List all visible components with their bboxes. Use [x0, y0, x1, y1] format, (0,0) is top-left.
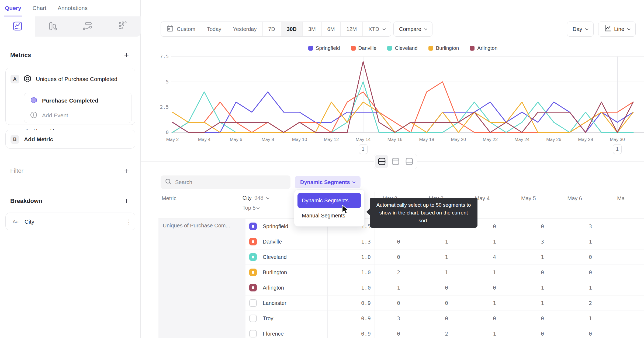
bar-chart-icon: [48, 21, 58, 32]
value-cell: 0: [470, 223, 518, 230]
query-sidebar: Query Chart Annotations: [0, 0, 141, 338]
metric-card-a[interactable]: A Uniques of Purchase Completed Purchase…: [5, 68, 135, 125]
annotation-marker[interactable]: 1: [613, 144, 622, 154]
value-cell: 0: [375, 254, 423, 260]
value-cell: 1: [470, 330, 518, 337]
tab-annotations[interactable]: Annotations: [58, 0, 88, 16]
chart-type-line-tab[interactable]: [0, 16, 35, 37]
event-row[interactable]: Purchase Completed: [24, 93, 131, 108]
date-today-button[interactable]: Today: [201, 22, 227, 36]
date-3m-button[interactable]: 3M: [303, 22, 322, 36]
value-cell: 0: [470, 315, 518, 322]
chevron-down-icon: [424, 27, 427, 30]
value-cell: 0: [566, 330, 614, 337]
kebab-menu-icon[interactable]: ⋮: [126, 221, 130, 223]
segment-name: Lancaster: [263, 300, 286, 306]
segment-name: Troy: [263, 315, 273, 322]
search-input[interactable]: [175, 179, 286, 185]
date-7d-button[interactable]: 7D: [263, 22, 281, 36]
value-cell: 1: [375, 284, 423, 291]
annotation-marker[interactable]: 1: [359, 144, 368, 154]
chevron-down-icon: [585, 27, 588, 30]
value-cell: 0: [375, 300, 423, 306]
chart-type-flow-tab[interactable]: [70, 16, 106, 37]
value-cell: 0: [423, 284, 470, 291]
filter-section: Filter +: [0, 167, 141, 175]
date-xtd-dropdown[interactable]: XTD: [363, 22, 391, 36]
avg-cell: 1.0: [327, 269, 375, 276]
value-cell: 4: [470, 254, 518, 260]
add-breakdown-plus-icon[interactable]: +: [124, 197, 129, 205]
svg-text:May 10: May 10: [292, 137, 307, 142]
segment-checkbox[interactable]: [249, 299, 257, 307]
date-30d-button[interactable]: 30D: [281, 22, 303, 36]
chevron-down-icon: [266, 196, 270, 199]
value-cell: 0: [518, 330, 566, 337]
table-row: Florence 0.9 0 2 1 0 0: [245, 326, 644, 338]
compare-dropdown[interactable]: Compare: [393, 22, 432, 37]
value-cell: 0: [423, 300, 470, 306]
layout-split-button[interactable]: [375, 155, 388, 168]
tab-chart[interactable]: Chart: [33, 0, 46, 16]
avg-cell: 0.9: [327, 315, 375, 322]
add-metric-plus-icon[interactable]: +: [124, 51, 129, 59]
segment-checkbox[interactable]: [249, 315, 257, 322]
value-cell: 2: [566, 300, 614, 306]
event-card: Purchase Completed Add Event: [24, 93, 132, 123]
date-column-header[interactable]: Ma: [598, 192, 644, 219]
chart-type-scatter-tab[interactable]: [106, 16, 141, 37]
menu-item-manual-segments[interactable]: Manual Segments: [297, 208, 361, 223]
segment-name: Springfield: [263, 223, 288, 230]
layout-table-only-button[interactable]: [403, 155, 416, 168]
date-yesterday-button[interactable]: Yesterday: [227, 22, 262, 36]
avg-cell: 1.0: [327, 284, 375, 291]
line-style-icon: [604, 25, 611, 34]
segment-name: Danville: [263, 239, 282, 245]
tab-query[interactable]: Query: [5, 0, 21, 16]
segment-checkbox[interactable]: [249, 223, 257, 230]
svg-text:May 4: May 4: [198, 137, 210, 142]
svg-text:May 8: May 8: [262, 137, 274, 142]
segment-checkbox[interactable]: [249, 269, 257, 276]
add-event-row[interactable]: Add Event: [24, 108, 131, 123]
search-icon: [165, 178, 172, 186]
value-cell: 1: [470, 269, 518, 276]
metric-cell: Uniques of Purchase Com...: [158, 219, 245, 338]
line-chart-icon: [13, 21, 22, 32]
value-cell: 1: [423, 254, 470, 260]
chart-type-bar-tab[interactable]: [35, 16, 71, 37]
granularity-dropdown[interactable]: Day: [567, 22, 594, 37]
segment-checkbox[interactable]: [249, 284, 257, 291]
segment-checkbox[interactable]: [249, 330, 257, 337]
layout-chart-only-button[interactable]: [389, 155, 402, 168]
breakdown-city-card[interactable]: Aa City ⋮: [5, 213, 135, 230]
menu-item-dynamic-segments[interactable]: Dynamic Segments: [297, 193, 361, 208]
svg-text:May 12: May 12: [324, 137, 339, 142]
metric-column-header: Metric: [158, 192, 243, 219]
add-event-label: Add Event: [42, 112, 68, 119]
segments-mode-dropdown-button[interactable]: Dynamic Segments: [295, 176, 361, 188]
breakdown-section: Breakdown +: [0, 197, 141, 205]
breakdown-property-name: City: [25, 219, 126, 225]
table-row: Burlington 1.0 2 1 1 0 0: [245, 265, 644, 280]
value-cell: 0: [566, 269, 614, 276]
value-cell: 3: [518, 238, 566, 245]
add-metric-label: Add Metric: [24, 136, 53, 143]
dynamic-segments-tooltip: Automatically select up to 50 segments t…: [370, 198, 477, 228]
segment-checkbox[interactable]: [249, 238, 257, 245]
table-row: Troy 0.9 3 0 0 0 1: [245, 311, 644, 326]
date-6m-button[interactable]: 6M: [322, 22, 341, 36]
line-chart[interactable]: 02.557.5May 2May 4May 6May 8May 10May 12…: [141, 40, 644, 153]
metric-card-b[interactable]: B Add Metric: [5, 130, 135, 149]
column-divider: [327, 219, 328, 338]
date-column-header[interactable]: May 5: [505, 192, 552, 219]
value-cell: 2: [375, 269, 423, 276]
segment-checkbox[interactable]: [249, 253, 257, 261]
event-hexagon-icon: [30, 97, 37, 105]
date-12m-button[interactable]: 12M: [341, 22, 363, 36]
chart-style-dropdown[interactable]: Line: [598, 22, 636, 37]
date-column-header[interactable]: May 6: [552, 192, 598, 219]
add-filter-plus-icon[interactable]: +: [124, 167, 129, 175]
date-custom-button[interactable]: Custom: [161, 22, 201, 36]
svg-text:7.5: 7.5: [160, 54, 169, 59]
